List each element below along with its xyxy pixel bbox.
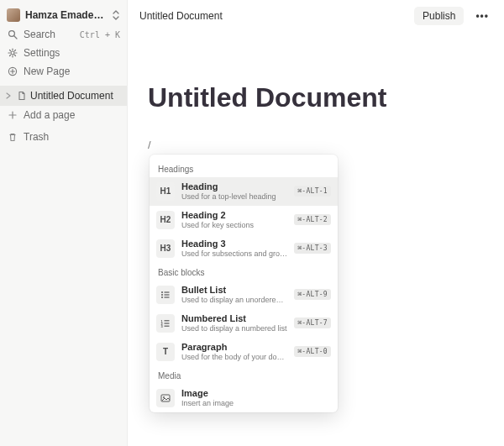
menu-item[interactable]: TParagraphUsed for the body of your docu… bbox=[150, 338, 338, 366]
page-tree: Untitled Document Add a page bbox=[0, 86, 127, 124]
menu-item-texts: HeadingUsed for a top-level heading bbox=[181, 181, 287, 202]
svg-line-1 bbox=[14, 36, 17, 39]
gear-icon bbox=[7, 48, 18, 58]
publish-button[interactable]: Publish bbox=[414, 7, 464, 25]
menu-item-desc: Used to display an unordered list bbox=[181, 296, 287, 305]
menu-item[interactable]: 123Numbered ListUsed to display a number… bbox=[150, 309, 338, 338]
menu-group-label: Basic blocks bbox=[150, 263, 338, 281]
sidebar-search[interactable]: Search Ctrl + K bbox=[0, 25, 127, 44]
svg-point-4 bbox=[161, 291, 163, 293]
workspace-name: Hamza Emadee... bbox=[25, 9, 107, 21]
menu-item-desc: Used to display a numbered list bbox=[181, 324, 287, 333]
menu-item-shortcut: ⌘-ALT-0 bbox=[294, 346, 331, 357]
sidebar-trash-label: Trash bbox=[24, 131, 120, 143]
menu-item-desc: Used for the body of your document bbox=[181, 353, 287, 362]
page-tree-item-label: Untitled Document bbox=[30, 90, 113, 102]
menu-item-desc: Used for a top-level heading bbox=[181, 192, 287, 202]
menu-item-tile-icon: 123 bbox=[156, 314, 175, 333]
plus-icon bbox=[7, 111, 18, 119]
expand-icon bbox=[112, 10, 120, 20]
menu-item-tile-icon: T bbox=[156, 343, 175, 361]
menu-group-label: Media bbox=[150, 366, 338, 384]
sidebar-search-label: Search bbox=[24, 29, 75, 40]
menu-item-desc: Used for key sections bbox=[181, 221, 287, 230]
menu-item-title: Bullet List bbox=[181, 285, 287, 296]
breadcrumb[interactable]: Untitled Document bbox=[139, 10, 406, 22]
menu-item-tile-icon bbox=[156, 286, 175, 304]
workspace-switcher[interactable]: Hamza Emadee... bbox=[0, 5, 127, 25]
menu-item-texts: ImageInsert an image bbox=[181, 388, 331, 408]
menu-item-texts: Bullet ListUsed to display an unordered … bbox=[181, 285, 287, 305]
menu-item-texts: ParagraphUsed for the body of your docum… bbox=[181, 342, 287, 362]
menu-item-title: Numbered List bbox=[181, 313, 287, 324]
menu-item-shortcut: ⌘-ALT-3 bbox=[294, 243, 331, 254]
svg-rect-11 bbox=[165, 320, 170, 321]
menu-item-texts: Numbered ListUsed to display a numbered … bbox=[181, 313, 287, 333]
menu-item[interactable]: H1HeadingUsed for a top-level heading⌘-A… bbox=[150, 177, 338, 206]
sidebar-settings[interactable]: Settings bbox=[0, 44, 127, 62]
sidebar: Hamza Emadee... Search Ctrl + K Settings… bbox=[0, 0, 128, 446]
menu-item-shortcut: ⌘-ALT-7 bbox=[294, 317, 331, 328]
svg-rect-9 bbox=[165, 296, 170, 297]
avatar bbox=[7, 8, 20, 22]
menu-item-tile-icon: H2 bbox=[156, 211, 175, 229]
menu-item-title: Paragraph bbox=[181, 342, 287, 353]
menu-item-shortcut: ⌘-ALT-9 bbox=[294, 289, 331, 300]
menu-item-tile-icon: H3 bbox=[156, 239, 175, 258]
chevron-right-icon[interactable] bbox=[5, 92, 13, 99]
sidebar-new-page[interactable]: New Page bbox=[0, 62, 127, 81]
menu-item[interactable]: Bullet ListUsed to display an unordered … bbox=[150, 281, 338, 309]
menu-item-desc: Used for subsections and group headings bbox=[181, 249, 287, 259]
svg-point-2 bbox=[11, 51, 14, 55]
menu-item-texts: Heading 2Used for key sections bbox=[181, 210, 287, 230]
search-icon bbox=[7, 29, 18, 39]
sidebar-add-page[interactable]: Add a page bbox=[0, 106, 127, 124]
sidebar-new-page-label: New Page bbox=[24, 66, 120, 77]
topbar: Untitled Document Publish ••• bbox=[128, 0, 504, 32]
sidebar-trash[interactable]: Trash bbox=[0, 128, 127, 146]
ellipsis-icon: ••• bbox=[475, 10, 489, 22]
svg-rect-5 bbox=[165, 291, 170, 292]
menu-item-title: Image bbox=[181, 388, 331, 399]
document-area[interactable]: Untitled Document / HeadingsH1HeadingUse… bbox=[128, 32, 504, 446]
sidebar-search-shortcut: Ctrl + K bbox=[80, 30, 120, 39]
menu-item[interactable]: ImageInsert an image bbox=[150, 384, 338, 412]
menu-item-shortcut: ⌘-ALT-2 bbox=[294, 214, 331, 225]
trash-icon bbox=[7, 132, 18, 142]
page-tree-item[interactable]: Untitled Document bbox=[0, 86, 127, 106]
document-icon bbox=[17, 91, 27, 101]
menu-group-label: Headings bbox=[150, 160, 338, 177]
slash-command-trigger[interactable]: / bbox=[148, 139, 484, 151]
slash-menu: HeadingsH1HeadingUsed for a top-level he… bbox=[150, 155, 338, 412]
menu-item-title: Heading 3 bbox=[181, 239, 287, 249]
sidebar-add-page-label: Add a page bbox=[24, 109, 120, 121]
menu-item-desc: Insert an image bbox=[181, 399, 331, 408]
svg-rect-13 bbox=[165, 323, 170, 323]
plus-circle-icon bbox=[7, 66, 18, 76]
menu-item[interactable]: H2Heading 2Used for key sections⌘-ALT-2 bbox=[150, 206, 338, 234]
menu-item-title: Heading 2 bbox=[181, 210, 287, 221]
svg-point-6 bbox=[161, 294, 163, 296]
svg-text:3: 3 bbox=[161, 324, 164, 328]
svg-point-0 bbox=[9, 31, 15, 37]
menu-item-title: Heading bbox=[181, 181, 287, 192]
menu-item-texts: Heading 3Used for subsections and group … bbox=[181, 239, 287, 259]
svg-rect-7 bbox=[165, 294, 170, 295]
menu-item[interactable]: H3Heading 3Used for subsections and grou… bbox=[150, 234, 338, 263]
document-title[interactable]: Untitled Document bbox=[148, 82, 484, 113]
svg-point-8 bbox=[161, 296, 163, 298]
menu-item-tile-icon: H1 bbox=[156, 182, 175, 201]
more-button[interactable]: ••• bbox=[472, 8, 492, 24]
menu-item-shortcut: ⌘-ALT-1 bbox=[294, 186, 331, 197]
menu-item-tile-icon bbox=[156, 389, 175, 407]
main: Untitled Document Publish ••• Untitled D… bbox=[128, 0, 504, 446]
sidebar-settings-label: Settings bbox=[24, 47, 120, 59]
svg-rect-15 bbox=[165, 326, 170, 327]
